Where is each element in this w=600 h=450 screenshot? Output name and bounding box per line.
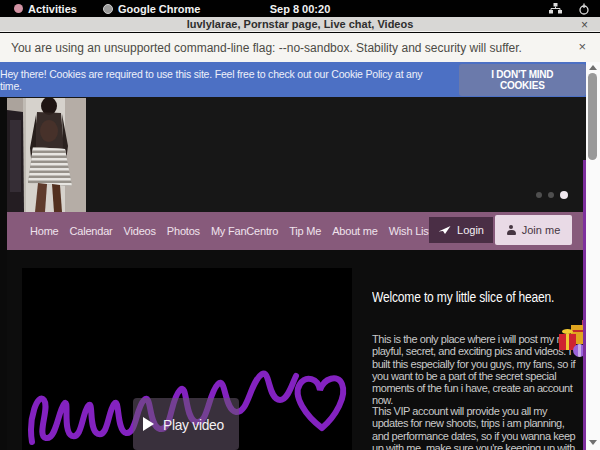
nav-item-home[interactable]: Home xyxy=(30,225,59,237)
scroll-down-icon[interactable] xyxy=(589,440,597,445)
profile-cover-photo xyxy=(7,98,86,212)
desktop-top-bar: Activities Google Chrome Sep 8 00:20 xyxy=(0,0,600,17)
login-button[interactable]: Login xyxy=(429,217,493,243)
nav-item-wish-list[interactable]: Wish List xyxy=(389,225,432,237)
nav-item-videos[interactable]: Videos xyxy=(124,225,156,237)
browser-title-bar: luvlylarae, Pornstar page, Live chat, Vi… xyxy=(0,17,600,32)
send-arrow-icon xyxy=(438,225,451,235)
carousel-dot-2[interactable] xyxy=(548,192,554,198)
accept-cookies-button[interactable]: I DON'T MIND COOKIES xyxy=(459,64,586,96)
about-paragraph-2: This VIP account will provide you all my… xyxy=(372,405,580,450)
carousel-dots xyxy=(536,191,568,199)
scroll-up-icon[interactable] xyxy=(589,65,597,70)
scrollbar-thumb[interactable] xyxy=(588,73,597,160)
join-label: Join me xyxy=(522,224,561,236)
window-close-icon[interactable]: × xyxy=(581,18,588,32)
person-icon xyxy=(507,225,516,235)
nav-item-photos[interactable]: Photos xyxy=(167,225,200,237)
carousel-dot-1[interactable] xyxy=(536,192,542,198)
nav-links: Home Calendar Videos Photos My FanCentro… xyxy=(30,212,432,250)
site-navbar: Home Calendar Videos Photos My FanCentro… xyxy=(7,212,586,250)
join-me-button[interactable]: Join me xyxy=(495,215,572,245)
play-icon xyxy=(143,417,154,431)
chrome-infobar: You are using an unsupported command-lin… xyxy=(0,33,600,62)
clock[interactable]: Sep 8 00:20 xyxy=(0,3,600,15)
login-label: Login xyxy=(457,224,484,236)
cookie-message: Hey there! Cookies are required to use t… xyxy=(0,68,447,92)
play-video-button[interactable]: Play video xyxy=(133,398,239,450)
carousel-dot-3-active[interactable] xyxy=(560,191,568,199)
hero-banner xyxy=(7,97,586,212)
about-heading: Welcome to my little slice of heaen. xyxy=(372,289,554,305)
infobar-close-icon[interactable]: × xyxy=(578,39,586,54)
nav-item-about-me[interactable]: About me xyxy=(332,225,377,237)
about-paragraph-1: This is the only place where i will post… xyxy=(372,333,580,407)
infobar-message: You are using an unsupported command-lin… xyxy=(11,41,522,55)
network-icon[interactable] xyxy=(549,3,562,14)
video-player: Play video xyxy=(22,268,352,450)
nav-item-calendar[interactable]: Calendar xyxy=(70,225,113,237)
nav-item-tip-me[interactable]: Tip Me xyxy=(289,225,321,237)
play-video-label: Play video xyxy=(163,416,224,433)
power-icon[interactable] xyxy=(578,3,590,15)
page-title: luvlylarae, Pornstar page, Live chat, Vi… xyxy=(187,18,414,30)
page-scrollbar[interactable] xyxy=(586,62,600,450)
cookie-banner: Hey there! Cookies are required to use t… xyxy=(0,62,586,97)
system-tray xyxy=(549,0,590,17)
nav-item-my-fancentro[interactable]: My FanCentro xyxy=(211,225,278,237)
